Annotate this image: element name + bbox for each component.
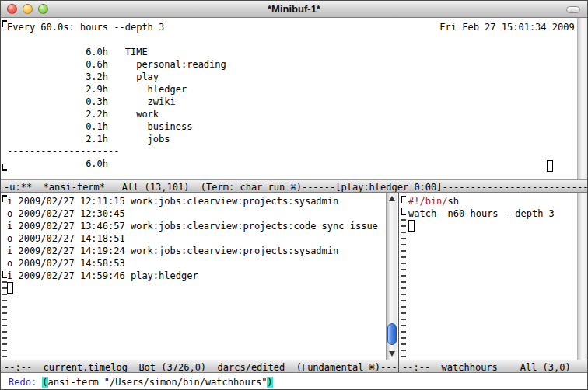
modeline-watchhours: --:-- watchhours All (3,0) [398, 360, 588, 373]
watch-output: Every 60.0s: hours --depth 3 Fri Feb 27 … [1, 18, 588, 170]
bottom-modelines: --:-- current.timelog Bot (3726,0) darcs… [1, 360, 588, 373]
timelog-entries: i 2009/02/27 12:11:15 work:jobs:clearvie… [1, 193, 398, 282]
terminal-cursor [547, 160, 553, 172]
buffer-bottom-indicator-icon [2, 271, 7, 278]
modeline-ansi-term-text: -u:** *ansi-term* All (13,101) (Term: ch… [1, 180, 587, 193]
empty-lines-indicator [2, 281, 7, 358]
shebang-interpreter: sh [448, 196, 459, 207]
watchhours-window[interactable]: #!/bin/sh watch -n60 hours --depth 3 [398, 193, 588, 360]
buffer-bottom-indicator-icon [2, 164, 7, 171]
watchhours-script: #!/bin/sh watch -n60 hours --depth 3 [399, 193, 588, 220]
minibuffer-text: Redo: (ansi-term "/Users/simon/bin/watch… [1, 373, 588, 388]
modeline-ansi-term: -u:** *ansi-term* All (13,101) (Term: ch… [1, 179, 587, 193]
matched-close-paren: ) [267, 377, 272, 388]
redo-prompt: Redo: [9, 377, 42, 388]
minibuffer[interactable]: Redo: (ansi-term "/Users/simon/bin/watch… [1, 373, 588, 390]
timelog-cursor [7, 282, 13, 294]
timelog-window[interactable]: i 2009/02/27 12:11:15 work:jobs:clearvie… [1, 193, 398, 360]
watchhours-scrollbar[interactable] [577, 193, 588, 360]
matched-open-paren: ( [42, 377, 47, 388]
window-title: *Minibuf-1* [1, 3, 587, 16]
modeline-timelog-text: --:-- current.timelog Bot (3726,0) darcs… [1, 360, 398, 373]
toolbar-lozenge-button[interactable] [566, 6, 580, 13]
modeline-watchhours-text: --:-- watchhours All (3,0) [399, 360, 588, 373]
shebang-text: #!/bin/ [408, 196, 448, 207]
buffer-bottom-indicator-icon [401, 208, 406, 215]
ansi-term-window[interactable]: Every 60.0s: hours --depth 3 Fri Feb 27 … [1, 18, 588, 179]
scroll-down-arrow-icon[interactable] [389, 351, 395, 357]
scrollbar-thumb[interactable] [387, 323, 397, 345]
top-window-scrollbar[interactable] [577, 18, 588, 179]
watch-command: watch -n60 hours --depth 3 [408, 208, 555, 219]
buffer-top-indicator-icon [401, 196, 406, 203]
emacs-window: *Minibuf-1* Every 60.0s: hours --depth 3… [0, 0, 588, 390]
scroll-up-arrow-icon[interactable] [389, 196, 395, 201]
timelog-scrollbar[interactable] [386, 193, 397, 360]
title-bar[interactable]: *Minibuf-1* [1, 1, 587, 18]
buffer-top-indicator-icon [2, 195, 7, 202]
bottom-windows: i 2009/02/27 12:11:15 work:jobs:clearvie… [1, 193, 588, 360]
watchhours-cursor [408, 220, 415, 232]
modeline-timelog: --:-- current.timelog Bot (3726,0) darcs… [1, 360, 398, 373]
redo-command: ansi-term "/Users/simon/bin/watchhours" [48, 377, 268, 388]
buffer-top-indicator-icon [2, 20, 7, 27]
empty-lines-indicator [401, 219, 406, 358]
